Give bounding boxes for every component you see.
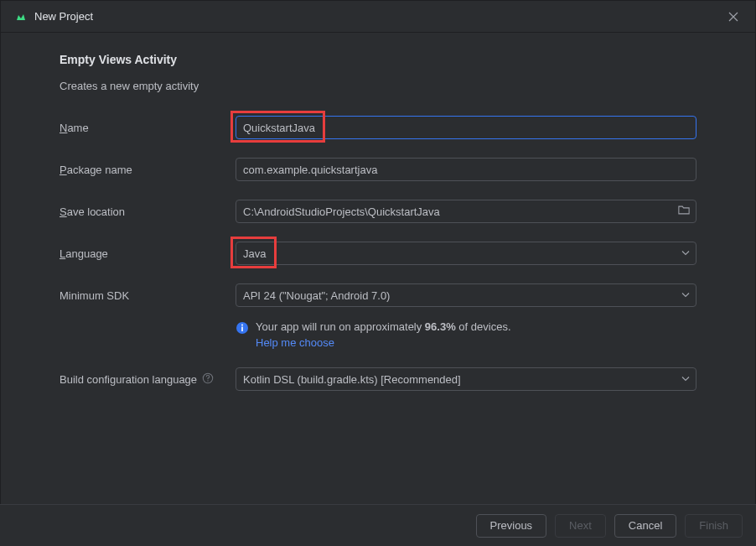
page-heading: Empty Views Activity xyxy=(60,53,696,66)
info-icon xyxy=(236,321,249,337)
row-save-location: Save location xyxy=(60,200,696,223)
label-package: Package name xyxy=(60,164,236,176)
close-icon[interactable] xyxy=(725,8,742,25)
row-package: Package name xyxy=(60,158,696,181)
content-area: Empty Views Activity Creates a new empty… xyxy=(1,33,755,391)
svg-point-1 xyxy=(241,325,243,326)
name-input[interactable] xyxy=(236,116,696,139)
window-title: New Project xyxy=(34,10,725,23)
page-subheading: Creates a new empty activity xyxy=(60,80,696,92)
row-build-config: Build configuration language Kotlin DSL … xyxy=(60,367,696,391)
finish-button: Finish xyxy=(685,514,743,538)
svg-point-4 xyxy=(207,380,208,381)
language-select[interactable]: Java xyxy=(236,242,696,265)
svg-rect-2 xyxy=(241,327,243,332)
package-input[interactable] xyxy=(236,158,696,181)
label-build-config: Build configuration language xyxy=(60,372,236,387)
info-text: Your app will run on approximately 96.3%… xyxy=(256,320,511,349)
label-save-location: Save location xyxy=(60,205,236,218)
help-me-choose-link[interactable]: Help me choose xyxy=(256,336,334,349)
button-bar: Previous Next Cancel Finish xyxy=(0,504,756,546)
help-icon[interactable] xyxy=(202,372,214,387)
row-language: Language Java xyxy=(60,242,696,265)
row-minimum-sdk: Minimum SDK API 24 ("Nougat"; Android 7.… xyxy=(60,283,696,307)
titlebar: New Project xyxy=(1,1,755,33)
label-minimum-sdk: Minimum SDK xyxy=(60,289,236,302)
previous-button[interactable]: Previous xyxy=(476,514,547,538)
next-button: Next xyxy=(555,514,606,538)
minimum-sdk-select[interactable]: API 24 ("Nougat"; Android 7.0) xyxy=(236,283,696,307)
app-icon xyxy=(14,10,28,23)
label-language: Language xyxy=(60,247,236,260)
save-location-input[interactable] xyxy=(236,200,696,223)
info-row: Your app will run on approximately 96.3%… xyxy=(236,320,696,349)
row-name: Name xyxy=(60,116,696,139)
cancel-button[interactable]: Cancel xyxy=(614,514,676,538)
label-name: Name xyxy=(60,122,236,134)
folder-icon[interactable] xyxy=(678,205,690,219)
build-config-select[interactable]: Kotlin DSL (build.gradle.kts) [Recommend… xyxy=(236,367,696,391)
